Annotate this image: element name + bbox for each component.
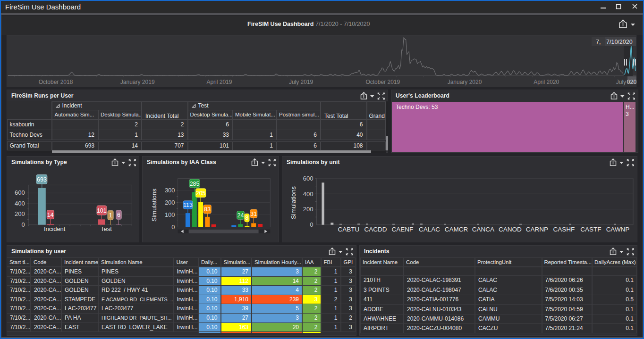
svg-text:Simulations: Simulations <box>151 189 158 222</box>
svg-text:400: 400 <box>303 190 314 198</box>
svg-text:CAENF: CAENF <box>392 226 414 233</box>
svg-text:100: 100 <box>165 211 175 218</box>
svg-text:8: 8 <box>245 215 248 221</box>
svg-text:1: 1 <box>109 212 112 219</box>
svg-text:31: 31 <box>250 211 257 217</box>
svg-text:400: 400 <box>15 200 25 207</box>
svg-text:101: 101 <box>97 207 107 214</box>
svg-text:CALAC: CALAC <box>419 226 440 233</box>
svg-text:CANOD: CANOD <box>499 226 522 233</box>
svg-text:Simulations: Simulations <box>290 186 297 219</box>
svg-text:200: 200 <box>165 199 175 206</box>
svg-text:October 2019: October 2019 <box>365 79 400 85</box>
svg-text:CABTU: CABTU <box>338 226 360 233</box>
svg-text:Test: Test <box>101 225 112 232</box>
svg-text:285: 285 <box>190 181 200 187</box>
svg-text:CANCA: CANCA <box>472 226 494 233</box>
svg-text:CACDD: CACDD <box>364 226 387 233</box>
svg-text:6: 6 <box>117 212 120 218</box>
svg-text:October 2018: October 2018 <box>39 79 73 85</box>
svg-text:January 2019: January 2019 <box>120 79 155 85</box>
svg-text:CAWNP: CAWNP <box>606 226 630 233</box>
svg-text:CAMCR: CAMCR <box>445 226 468 233</box>
svg-text:300: 300 <box>165 187 175 194</box>
svg-text:CASHF: CASHF <box>553 226 575 233</box>
svg-text:600: 600 <box>303 175 314 182</box>
svg-text:200: 200 <box>303 206 314 213</box>
svg-text:205: 205 <box>196 190 206 197</box>
svg-text:April 2020: April 2020 <box>534 79 559 85</box>
svg-text:CASTF: CASTF <box>580 226 601 233</box>
svg-text:0: 0 <box>310 221 313 228</box>
svg-text:July 2019: July 2019 <box>289 79 314 85</box>
svg-text:0: 0 <box>21 221 25 228</box>
svg-text:600: 600 <box>15 189 25 196</box>
svg-text:April 2019: April 2019 <box>206 79 232 85</box>
svg-text:693: 693 <box>37 176 47 183</box>
svg-text:113: 113 <box>183 202 193 208</box>
svg-text:Incident: Incident <box>44 225 66 232</box>
svg-text:0: 0 <box>171 223 175 231</box>
svg-text:020: 020 <box>627 79 636 85</box>
svg-text:CARNP: CARNP <box>526 226 548 233</box>
svg-text:200: 200 <box>15 210 25 217</box>
svg-text:83: 83 <box>204 206 211 213</box>
svg-text:7/10/2020: 7/10/2020 <box>606 39 633 45</box>
svg-text:January 2020: January 2020 <box>448 79 482 85</box>
svg-text:7,: 7, <box>596 39 601 45</box>
svg-text:14: 14 <box>47 212 54 218</box>
svg-text:24: 24 <box>237 212 244 219</box>
